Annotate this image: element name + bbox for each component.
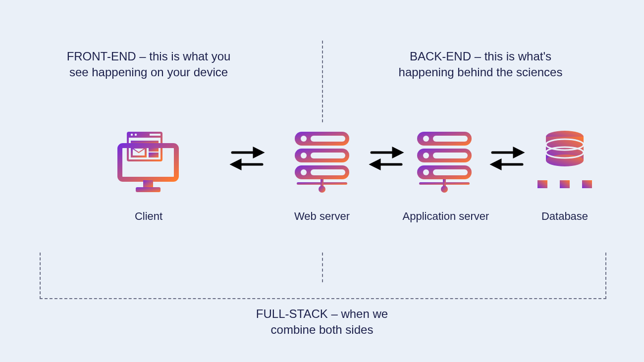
svg-rect-60 — [560, 180, 570, 188]
frontend-caption: FRONT-END – this is what you see happeni… — [59, 49, 238, 81]
divider-top — [322, 41, 323, 122]
svg-marker-30 — [393, 149, 401, 156]
svg-marker-14 — [254, 149, 262, 156]
svg-rect-4 — [150, 134, 161, 136]
web-server-label: Web server — [282, 210, 362, 223]
svg-point-40 — [423, 169, 429, 175]
svg-point-28 — [319, 186, 325, 193]
svg-marker-48 — [492, 160, 500, 168]
svg-point-44 — [441, 186, 448, 193]
divider-mid — [322, 253, 323, 282]
svg-rect-37 — [433, 136, 468, 142]
svg-rect-11 — [143, 180, 153, 187]
svg-rect-61 — [582, 180, 592, 188]
diagram-canvas: FRONT-END – this is what you see happeni… — [0, 0, 644, 362]
svg-rect-23 — [311, 153, 345, 158]
double-arrow-icon — [487, 144, 527, 173]
svg-rect-59 — [537, 180, 547, 188]
svg-point-36 — [423, 136, 429, 142]
client-computer-icon — [116, 129, 180, 193]
bracket-left — [40, 253, 41, 299]
server-rack-icon — [412, 129, 477, 193]
bracket-right — [605, 253, 606, 299]
svg-point-2 — [131, 134, 133, 136]
fullstack-caption: FULL-STACK – when we combine both sides — [243, 306, 401, 338]
svg-point-38 — [423, 153, 429, 158]
svg-rect-39 — [433, 153, 468, 158]
database-icon — [533, 129, 597, 193]
double-arrow-icon — [227, 144, 267, 173]
svg-point-22 — [301, 153, 307, 158]
app-server-label: Application server — [396, 210, 495, 223]
bracket-bottom — [40, 298, 606, 299]
svg-point-24 — [301, 169, 307, 175]
svg-point-3 — [135, 134, 137, 136]
svg-rect-25 — [311, 169, 345, 175]
svg-rect-9 — [149, 153, 159, 157]
client-label: Client — [114, 210, 183, 223]
svg-marker-46 — [514, 149, 522, 156]
svg-marker-32 — [372, 160, 379, 168]
svg-rect-21 — [311, 136, 345, 142]
svg-rect-41 — [433, 169, 468, 175]
svg-marker-16 — [232, 160, 240, 168]
svg-rect-12 — [136, 187, 161, 192]
server-rack-icon — [290, 129, 354, 193]
double-arrow-icon — [367, 144, 406, 173]
backend-caption: BACK-END – this is what's happening behi… — [391, 49, 570, 81]
svg-point-20 — [301, 136, 307, 142]
database-label: Database — [525, 210, 604, 223]
